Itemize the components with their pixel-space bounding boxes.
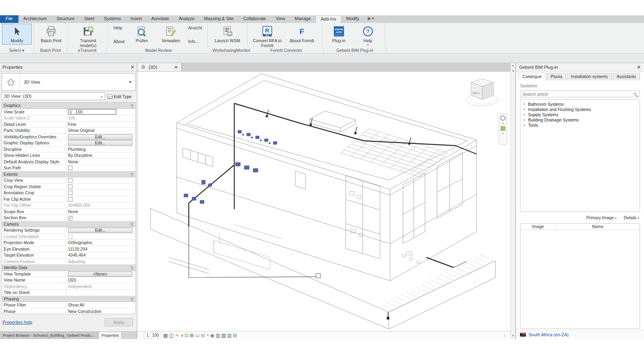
- search-icon[interactable]: [634, 93, 636, 95]
- value-input[interactable]: 1 : 100: [68, 109, 116, 115]
- expand-arrow-icon[interactable]: [524, 108, 525, 111]
- column-header-image[interactable]: Image: [520, 224, 556, 230]
- section-header-extents[interactable]: Extents: [2, 171, 135, 178]
- view-scale-control[interactable]: 1 : 100: [144, 332, 162, 338]
- ribbon-group-label[interactable]: Select ▾: [0, 47, 34, 53]
- search-input[interactable]: [520, 92, 634, 97]
- apply-button[interactable]: Apply: [105, 318, 133, 326]
- modify-panel-dropdown-icon[interactable]: ◉ ▾: [364, 15, 377, 23]
- locale-selector[interactable]: South Africa (en-ZA): [516, 330, 644, 339]
- worksharing-display-icon[interactable]: ▥: [216, 332, 220, 339]
- ribbon-tab-massing-site[interactable]: Massing & Site: [199, 15, 238, 23]
- primary-image-dropdown[interactable]: Primary Image ▾: [586, 215, 617, 220]
- instance-selector[interactable]: 3D View: (3D) ∨: [2, 93, 105, 100]
- property-value[interactable]: Orthographic: [66, 240, 135, 246]
- checkbox[interactable]: [68, 178, 72, 183]
- chevron-down-icon[interactable]: ▾: [502, 122, 504, 125]
- tab-catalogue[interactable]: Catalogue: [518, 73, 546, 80]
- ribbon-tab-collaborate[interactable]: Collaborate: [238, 15, 270, 23]
- ribbon-tab-add-ins[interactable]: Add-Ins: [316, 15, 341, 23]
- scroll-down-icon[interactable]: ▾: [511, 334, 515, 337]
- tab-assistants[interactable]: Assistants: [613, 73, 640, 80]
- expand-arrow-icon[interactable]: [524, 119, 525, 121]
- ribbon-button-about-formit[interactable]: FAbout FormIt: [285, 24, 319, 44]
- checkbox[interactable]: [68, 166, 72, 170]
- property-value[interactable]: Show All: [66, 302, 135, 308]
- tab-installation-systems[interactable]: Installation systems: [567, 73, 612, 80]
- type-selector[interactable]: 3D View ▼: [2, 73, 136, 91]
- tree-item-building-drainage-systems[interactable]: Building Drainage Systems: [521, 117, 639, 122]
- scroll-up-icon[interactable]: ▴: [511, 69, 515, 72]
- close-icon[interactable]: ✕: [174, 65, 178, 70]
- ribbon-tab-steel[interactable]: Steel: [79, 15, 99, 23]
- reveal-hidden-icon[interactable]: ◉: [210, 332, 214, 339]
- close-icon[interactable]: ✕: [637, 63, 641, 72]
- footer-tab-project-browser[interactable]: Project Browser - Schueco_Building_ Gebe…: [0, 332, 99, 339]
- property-value[interactable]: [66, 290, 135, 296]
- temporary-hide-isolate-icon[interactable]: ◔: [206, 332, 209, 339]
- ribbon-button-info-[interactable]: Info...: [187, 39, 203, 44]
- tab-pluvia[interactable]: Pluvia: [547, 73, 566, 80]
- rendering-dialog-icon[interactable]: ⊡: [184, 332, 188, 339]
- steering-wheel-icon[interactable]: [500, 115, 506, 121]
- temporary-view-properties-icon[interactable]: ▧: [221, 332, 226, 339]
- property-value[interactable]: 11129.204: [66, 246, 135, 252]
- value-button[interactable]: Edit...: [68, 140, 132, 146]
- reveal-constraints-icon[interactable]: ⊟: [233, 332, 237, 339]
- ribbon-button-launch-wsm[interactable]: Launch WSM: [210, 24, 245, 44]
- shadows-icon[interactable]: ◑: [180, 332, 183, 339]
- column-header-name[interactable]: Name: [556, 224, 640, 230]
- analysis-display-icon[interactable]: ▨: [227, 332, 231, 339]
- tree-item-installation-and-flushing-systems[interactable]: Installation and Flushing Systems: [521, 107, 639, 112]
- ribbon-tab-systems[interactable]: Systems: [99, 15, 126, 23]
- property-value[interactable]: None: [66, 209, 135, 215]
- ribbon-button-pr-fen[interactable]: Prüfen: [127, 24, 156, 44]
- model-viewport[interactable]: LEFT ▾ ▾: [137, 72, 510, 331]
- details-dropdown[interactable]: Details ▾: [623, 215, 639, 220]
- panel-collapse-icon[interactable]: ▾: [511, 64, 515, 68]
- checkbox[interactable]: [68, 197, 72, 202]
- unlocked-view-icon[interactable]: ⊙: [201, 332, 205, 339]
- view-cube[interactable]: LEFT: [465, 75, 499, 112]
- ribbon-button-help[interactable]: Help: [112, 25, 126, 31]
- ribbon-tab-modify[interactable]: Modify: [341, 15, 364, 23]
- ribbon-button-batch-print[interactable]: Batch Print: [37, 24, 66, 44]
- ribbon-button-verwalten[interactable]: Verwalten: [156, 24, 185, 44]
- ribbon-button-about[interactable]: About: [112, 39, 126, 44]
- value-button[interactable]: Edit...: [68, 228, 132, 233]
- vertical-scrollbar[interactable]: ▾ ▴ ▾: [510, 63, 516, 339]
- navigation-bar[interactable]: ▾ ▾: [499, 113, 507, 145]
- zoom-tool-icon[interactable]: [501, 126, 505, 131]
- tree-item-tools[interactable]: Tools: [521, 122, 639, 128]
- ribbon-button-modify[interactable]: Modify: [2, 24, 31, 44]
- properties-help-link[interactable]: Properties help: [2, 320, 32, 325]
- property-value[interactable]: None: [66, 159, 135, 165]
- crop-view-icon[interactable]: ⊞: [190, 332, 194, 339]
- value-button[interactable]: <None>: [68, 272, 132, 277]
- property-value[interactable]: Fine: [66, 121, 135, 128]
- section-header-identity-data[interactable]: Identity Data: [2, 265, 135, 271]
- view-tab-3d[interactable]: {3D} ✕: [137, 63, 182, 71]
- close-icon[interactable]: ✕: [130, 63, 134, 72]
- ribbon-tab-structure[interactable]: Structure: [52, 15, 79, 23]
- property-value[interactable]: Show Original: [66, 128, 135, 134]
- scroll-left-icon[interactable]: ‹: [504, 333, 507, 338]
- edit-type-button[interactable]: Edit Type: [107, 93, 136, 101]
- property-value[interactable]: By Discipline: [66, 152, 135, 158]
- sun-path-icon[interactable]: ☀: [175, 332, 179, 339]
- tree-item-supply-systems[interactable]: Supply Systems: [521, 112, 639, 117]
- property-value[interactable]: Plumbing: [66, 146, 135, 152]
- property-value[interactable]: {3D}: [66, 277, 135, 283]
- checkbox[interactable]: [68, 185, 72, 189]
- checkbox-checked[interactable]: ✓: [68, 216, 72, 220]
- expand-arrow-icon[interactable]: [524, 113, 525, 116]
- ribbon-tab-view[interactable]: View: [271, 15, 290, 23]
- detail-level-icon[interactable]: ▦: [163, 332, 168, 339]
- ribbon-button-transmit-model-s-[interactable]: Transmit model(s): [71, 24, 105, 49]
- section-header-phasing[interactable]: Phasing: [2, 296, 135, 302]
- tree-item-bathroom-systems[interactable]: Bathroom Systems: [521, 101, 639, 107]
- ribbon-tab-manage[interactable]: Manage: [290, 15, 316, 23]
- section-header-camera[interactable]: Camera: [2, 221, 135, 228]
- ribbon-button-ansicht[interactable]: Ansicht: [187, 25, 203, 31]
- property-value[interactable]: New Construction: [66, 309, 135, 315]
